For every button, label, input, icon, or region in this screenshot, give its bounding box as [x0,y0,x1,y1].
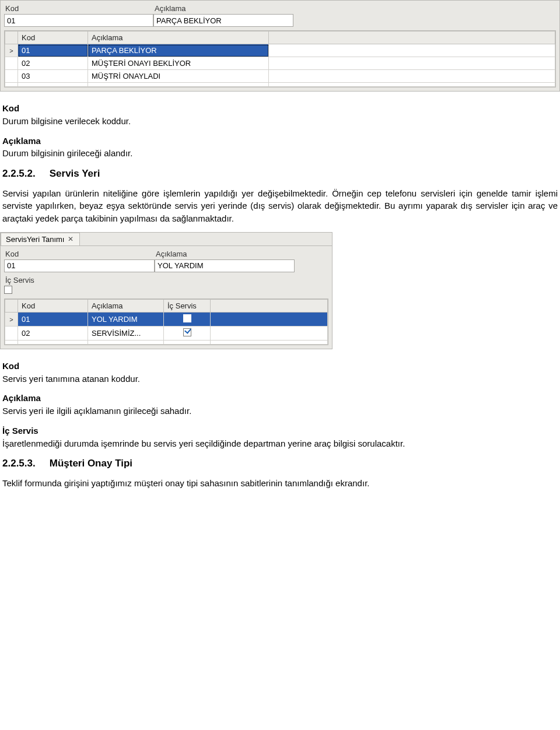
table-row[interactable]: 02 MÜŞTERİ ONAYI BEKLİYOR [5,57,555,70]
doc-block-1: Kod Durum bilgisine verilecek koddur. Aç… [0,92,560,225]
kod-desc: Servis yeri tanımına atanan koddur. [2,373,558,385]
kod-desc: Durum bilgisine verilecek koddur. [2,115,558,128]
status-definition-panel: Kod Açıklama Kod Açıklama > 01 PAR [0,0,560,92]
current-row-indicator-icon: > [9,316,13,323]
icservis-checkbox[interactable] [4,286,12,294]
cell-kod: 02 [18,326,88,340]
aciklama-desc: Durum bilgisinin girileceği alandır. [2,147,558,160]
cell-aciklama: YOL YARDIM [88,312,164,326]
section-title: Servis Yeri [50,167,100,181]
section-number: 2.2.5.3. [2,457,36,471]
icservis-label: İç Servis [4,276,328,285]
indicator-header [5,299,18,312]
grid-header-filler [269,31,555,44]
cell-aciklama: PARÇA BEKLİYOR [88,44,269,57]
kod-term: Kod [2,102,558,115]
cell-aciklama: MÜŞTRİ ONAYLADI [88,70,269,83]
close-icon[interactable]: ✕ [68,235,74,243]
current-row-indicator-icon: > [9,47,13,54]
cell-kod: 01 [18,44,88,57]
table-row[interactable]: 03 MÜŞTRİ ONAYLADI [5,70,555,83]
aciklama-label: Açıklama [153,4,293,13]
kod-term: Kod [2,360,558,373]
aciklama-label: Açıklama [155,250,295,258]
ic-servis-checkbox[interactable] [183,314,191,322]
doc-block-2: Kod Servis yeri tanımına atanan koddur. … [0,349,560,490]
servis-yeri-panel: ServisYeri Tanımı ✕ Kod Açıklama İç Serv… [0,232,332,349]
indicator-header [5,31,18,44]
section-number: 2.2.5.2. [2,167,36,181]
icservis-term: İç Servis [2,424,558,437]
cell-aciklama: SERVİSİMİZ... [88,326,164,340]
status-grid[interactable]: Kod Açıklama > 01 PARÇA BEKLİYOR 02 MÜŞT… [4,30,556,87]
cell-kod: 02 [18,57,88,70]
icservis-desc: İşaretlenmediği durumda işemrinde bu ser… [2,437,558,450]
aciklama-input[interactable] [155,259,295,272]
section-para: Teklif formunda girişini yaptığımız müşt… [2,477,558,490]
table-row[interactable] [5,83,555,87]
kod-input[interactable] [4,14,153,27]
aciklama-input[interactable] [153,14,293,27]
kod-label: Kod [4,4,153,13]
tab-label: ServisYeri Tanımı [6,235,64,244]
aciklama-term: Açıklama [2,392,558,405]
section-para: Servisi yapılan ürünlerin niteliğine gör… [2,187,558,225]
aciklama-desc: Servis yeri ile ilgili açıklamanın giril… [2,405,558,417]
table-row[interactable]: > 01 YOL YARDIM [5,312,328,326]
tab-servisyeri-tanimi[interactable]: ServisYeri Tanımı ✕ [1,233,80,245]
grid-header-aciklama[interactable]: Açıklama [88,31,269,44]
cell-aciklama: MÜŞTERİ ONAYI BEKLİYOR [88,57,269,70]
grid-header-aciklama[interactable]: Açıklama [88,299,164,312]
servis-yeri-grid[interactable]: Kod Açıklama İç Servis > 01 YOL YARDIM [4,299,328,345]
grid-header-kod[interactable]: Kod [18,299,88,312]
kod-label: Kod [4,250,155,258]
kod-input[interactable] [4,259,155,272]
tab-strip: ServisYeri Tanımı ✕ [1,233,332,246]
table-row[interactable] [5,340,328,344]
grid-header-kod[interactable]: Kod [18,31,88,44]
cell-kod: 03 [18,70,88,83]
ic-servis-checkbox[interactable] [183,328,191,336]
aciklama-term: Açıklama [2,135,558,148]
table-row[interactable]: 02 SERVİSİMİZ... [5,326,328,340]
cell-kod: 01 [18,312,88,326]
grid-header-ic[interactable]: İç Servis [164,299,211,312]
grid-header-filler [211,299,328,312]
section-title: Müşteri Onay Tipi [50,457,132,471]
table-row[interactable]: > 01 PARÇA BEKLİYOR [5,44,555,57]
